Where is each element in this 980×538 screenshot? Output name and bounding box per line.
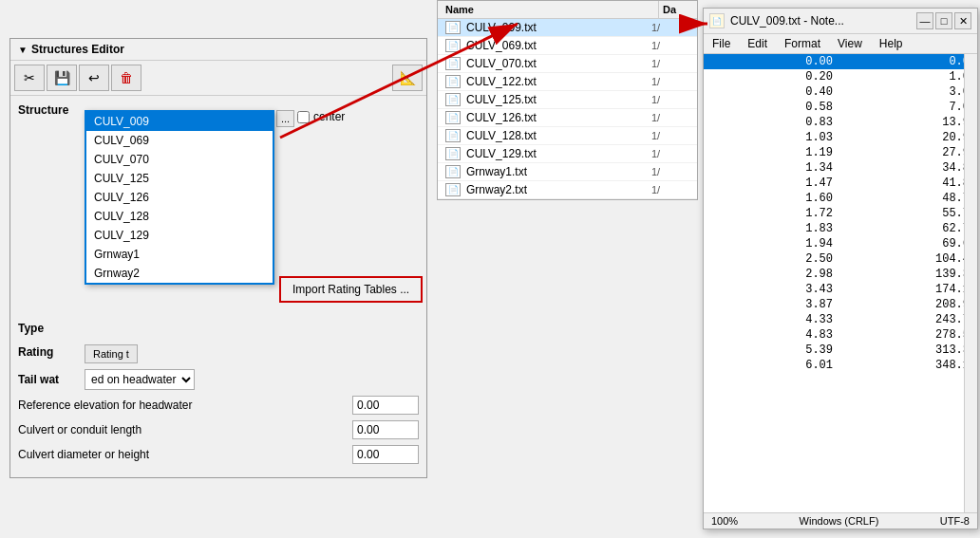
file-item[interactable]: 📄 CULV_069.txt 1/ <box>438 37 697 55</box>
notepad-app-icon: 📄 <box>709 13 725 28</box>
col2-value: 208.9 <box>840 297 977 312</box>
dropdown-item-culv126[interactable]: CULV_126 <box>86 188 273 207</box>
form-area: Structure CULV_009 CULV_069 CULV_070 CUL… <box>10 96 426 477</box>
col2-value: 243.7 <box>840 312 977 327</box>
menu-item-edit[interactable]: Edit <box>744 36 770 51</box>
col1-value: 0.00 <box>704 54 840 69</box>
menu-item-help[interactable]: Help <box>876 36 906 51</box>
dropdown-item-culv128[interactable]: CULV_128 <box>86 207 273 226</box>
culvert-length-input[interactable] <box>352 420 419 439</box>
table-row: 0.000.0 <box>704 54 977 69</box>
table-row: 1.7255.7 <box>704 206 977 221</box>
dropdown-item-culv129[interactable]: CULV_129 <box>86 226 273 245</box>
file-item[interactable]: 📄 CULV_009.txt 1/ <box>438 19 697 37</box>
rating-table-button[interactable]: Rating t <box>85 344 138 363</box>
file-list: 📄 CULV_009.txt 1/ 📄 CULV_069.txt 1/ 📄 CU… <box>438 19 697 199</box>
encoding: UTF-8 <box>940 515 970 527</box>
dropdown-item-culv125[interactable]: CULV_125 <box>86 169 273 188</box>
panel-header: ▼ Structures Editor <box>10 39 426 61</box>
ref-elev-input[interactable] <box>352 396 419 415</box>
file-date: 1/ <box>651 40 689 51</box>
center-checkbox[interactable] <box>297 111 310 123</box>
col1-value: 4.83 <box>704 327 840 343</box>
file-item[interactable]: 📄 CULV_122.txt 1/ <box>438 73 697 91</box>
rating-row: Rating Rating t <box>18 341 419 363</box>
ref-elev-label: Reference elevation for headwater <box>18 399 352 412</box>
minimize-button[interactable]: — <box>916 12 933 29</box>
file-date: 1/ <box>651 76 689 87</box>
undo-button[interactable]: ↩ <box>79 65 109 91</box>
close-button[interactable]: ✕ <box>954 12 971 29</box>
table-row: 4.83278.5 <box>704 327 977 343</box>
file-item[interactable]: 📄 CULV_126.txt 1/ <box>438 109 697 127</box>
table-row: 1.8362.7 <box>704 221 977 236</box>
col2-value: 7.0 <box>840 100 977 115</box>
col1-value: 2.50 <box>704 251 840 267</box>
table-row: 0.8313.9 <box>704 115 977 130</box>
col1-value: 4.33 <box>704 312 840 327</box>
file-name: CULV_128.txt <box>466 129 651 142</box>
notepad-data-table: 0.000.00.201.00.403.00.587.00.8313.91.03… <box>704 54 977 373</box>
file-item[interactable]: 📄 CULV_125.txt 1/ <box>438 91 697 109</box>
dots-button[interactable]: ... <box>276 110 294 127</box>
dropdown-item-grnway1[interactable]: Grnway1 <box>86 245 273 264</box>
table-row: 6.01348.1 <box>704 358 977 373</box>
file-name: CULV_069.txt <box>466 39 651 52</box>
file-date: 1/ <box>651 94 689 105</box>
import-rating-tables-button[interactable]: Import Rating Tables ... <box>279 276 423 303</box>
col2-value: 104.4 <box>840 251 977 267</box>
col1-value: 0.40 <box>704 84 840 100</box>
menu-item-format[interactable]: Format <box>782 36 823 51</box>
maximize-button[interactable]: □ <box>935 12 952 29</box>
file-item[interactable]: 📄 Grnway1.txt 1/ <box>438 163 697 181</box>
dropdown-item-culv009[interactable]: CULV_009 <box>86 112 273 131</box>
col1-value: 2.98 <box>704 267 840 282</box>
menu-item-view[interactable]: View <box>835 36 865 51</box>
file-icon: 📄 <box>445 39 461 52</box>
tail-water-select[interactable]: ed on headwater <box>85 369 195 390</box>
col2-value: 69.6 <box>840 236 977 251</box>
col2-value: 0.0 <box>840 54 977 69</box>
col1-value: 1.94 <box>704 236 840 251</box>
menu-item-file[interactable]: File <box>709 36 733 51</box>
col2-value: 313.3 <box>840 343 977 358</box>
file-name: CULV_122.txt <box>466 75 651 88</box>
file-date: 1/ <box>651 130 689 141</box>
file-item[interactable]: 📄 CULV_129.txt 1/ <box>438 145 697 163</box>
dropdown-item-grnway2[interactable]: Grnway2 <box>86 264 273 283</box>
line-ending: Windows (CRLF) <box>800 515 879 527</box>
tail-water-row: Tail wat ed on headwater <box>18 369 419 390</box>
delete-button[interactable]: 🗑 <box>111 65 141 91</box>
file-date: 1/ <box>651 58 689 69</box>
table-row: 5.39313.3 <box>704 343 977 358</box>
file-item[interactable]: 📄 CULV_070.txt 1/ <box>438 55 697 73</box>
structure-dropdown[interactable]: CULV_009 CULV_069 CULV_070 CULV_125 CULV… <box>85 110 274 285</box>
file-icon: 📄 <box>445 111 461 124</box>
file-name: Grnway2.txt <box>466 183 651 196</box>
notepad-statusbar: 100% Windows (CRLF) UTF-8 <box>704 512 977 529</box>
table-row: 0.201.0 <box>704 69 977 84</box>
notepad-scrollbar[interactable] <box>964 54 977 512</box>
file-name: CULV_125.txt <box>466 93 651 106</box>
file-item[interactable]: 📄 CULV_128.txt 1/ <box>438 127 697 145</box>
col2-value: 62.7 <box>840 221 977 236</box>
file-item[interactable]: 📄 Grnway2.txt 1/ <box>438 181 697 199</box>
dropdown-item-culv070[interactable]: CULV_070 <box>86 150 273 169</box>
culvert-diam-input[interactable] <box>352 445 419 464</box>
structures-panel: ▼ Structures Editor ✂ 💾 ↩ 🗑 📐 Structure … <box>9 38 427 478</box>
collapse-triangle[interactable]: ▼ <box>18 45 28 55</box>
save-button[interactable]: 💾 <box>47 65 77 91</box>
col2-value: 139.3 <box>840 267 977 282</box>
col1-value: 1.03 <box>704 130 840 145</box>
col1-value: 1.60 <box>704 191 840 206</box>
table-row: 1.6048.7 <box>704 191 977 206</box>
cut-button[interactable]: ✂ <box>14 65 45 91</box>
col1-value: 1.34 <box>704 160 840 176</box>
dropdown-item-culv069[interactable]: CULV_069 <box>86 131 273 150</box>
col1-value: 1.19 <box>704 145 840 160</box>
table-row: 1.3434.8 <box>704 160 977 176</box>
structure-row: Structure CULV_009 CULV_069 CULV_070 CUL… <box>18 103 419 117</box>
table-row: 2.98139.3 <box>704 267 977 282</box>
settings-button[interactable]: 📐 <box>392 65 423 91</box>
col1-value: 1.83 <box>704 221 840 236</box>
